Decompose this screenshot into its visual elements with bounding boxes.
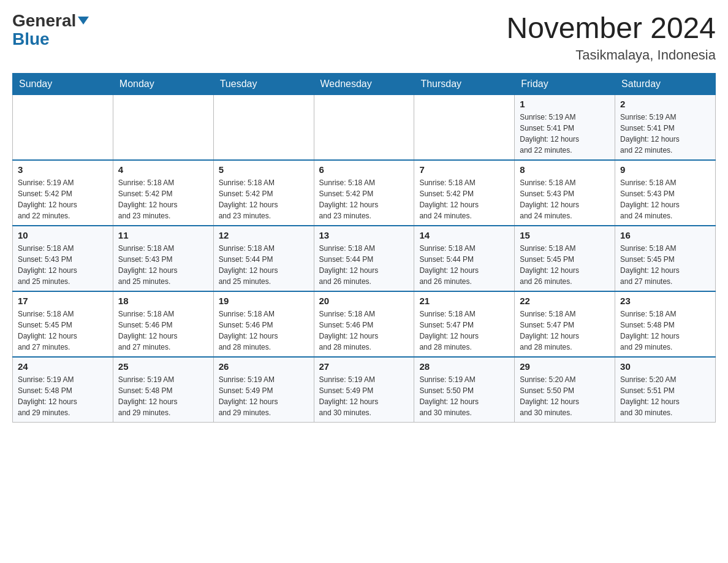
day-number: 23 — [620, 296, 710, 306]
day-number: 11 — [118, 230, 208, 240]
day-info: Sunrise: 5:18 AM Sunset: 5:45 PM Dayligh… — [18, 308, 108, 353]
calendar-cell — [414, 94, 515, 160]
day-number: 22 — [520, 296, 610, 306]
page-header: General Blue November 2024 Tasikmalaya, … — [12, 12, 716, 63]
calendar-cell: 24Sunrise: 5:19 AM Sunset: 5:48 PM Dayli… — [13, 357, 113, 423]
calendar-cell: 14Sunrise: 5:18 AM Sunset: 5:44 PM Dayli… — [414, 226, 515, 291]
day-info: Sunrise: 5:18 AM Sunset: 5:42 PM Dayligh… — [419, 177, 509, 221]
day-info: Sunrise: 5:18 AM Sunset: 5:42 PM Dayligh… — [319, 177, 409, 221]
col-tuesday: Tuesday — [213, 73, 314, 94]
calendar-cell: 8Sunrise: 5:18 AM Sunset: 5:43 PM Daylig… — [515, 160, 615, 226]
day-number: 28 — [419, 361, 509, 372]
calendar-week-row-1: 3Sunrise: 5:19 AM Sunset: 5:42 PM Daylig… — [13, 160, 716, 226]
day-info: Sunrise: 5:18 AM Sunset: 5:44 PM Dayligh… — [419, 243, 509, 287]
calendar-cell: 23Sunrise: 5:18 AM Sunset: 5:48 PM Dayli… — [615, 291, 716, 357]
day-number: 1 — [520, 99, 610, 109]
calendar-week-row-2: 10Sunrise: 5:18 AM Sunset: 5:43 PM Dayli… — [13, 226, 716, 291]
day-number: 5 — [219, 164, 309, 175]
calendar-cell: 17Sunrise: 5:18 AM Sunset: 5:45 PM Dayli… — [13, 291, 113, 357]
day-number: 19 — [219, 296, 309, 306]
calendar-cell: 21Sunrise: 5:18 AM Sunset: 5:47 PM Dayli… — [414, 291, 515, 357]
day-number: 14 — [419, 230, 509, 240]
day-info: Sunrise: 5:20 AM Sunset: 5:51 PM Dayligh… — [620, 374, 710, 418]
day-number: 26 — [219, 361, 309, 372]
day-info: Sunrise: 5:19 AM Sunset: 5:41 PM Dayligh… — [520, 112, 610, 156]
col-thursday: Thursday — [414, 73, 515, 94]
day-number: 12 — [219, 230, 309, 240]
day-info: Sunrise: 5:18 AM Sunset: 5:44 PM Dayligh… — [319, 243, 409, 287]
calendar-week-row-4: 24Sunrise: 5:19 AM Sunset: 5:48 PM Dayli… — [13, 357, 716, 423]
calendar-cell: 27Sunrise: 5:19 AM Sunset: 5:49 PM Dayli… — [314, 357, 414, 423]
day-number: 27 — [319, 361, 409, 372]
title-block: November 2024 Tasikmalaya, Indonesia — [506, 12, 716, 63]
day-info: Sunrise: 5:18 AM Sunset: 5:48 PM Dayligh… — [620, 308, 710, 353]
day-number: 25 — [118, 361, 208, 372]
calendar-cell — [113, 94, 213, 160]
day-info: Sunrise: 5:18 AM Sunset: 5:43 PM Dayligh… — [118, 243, 208, 287]
day-info: Sunrise: 5:18 AM Sunset: 5:44 PM Dayligh… — [219, 243, 309, 287]
location-subtitle: Tasikmalaya, Indonesia — [506, 47, 716, 63]
calendar-cell: 6Sunrise: 5:18 AM Sunset: 5:42 PM Daylig… — [314, 160, 414, 226]
day-info: Sunrise: 5:18 AM Sunset: 5:43 PM Dayligh… — [18, 243, 108, 287]
day-info: Sunrise: 5:19 AM Sunset: 5:49 PM Dayligh… — [319, 374, 409, 418]
calendar-table: Sunday Monday Tuesday Wednesday Thursday… — [12, 73, 716, 423]
calendar-cell: 9Sunrise: 5:18 AM Sunset: 5:43 PM Daylig… — [615, 160, 716, 226]
day-number: 2 — [620, 99, 710, 109]
day-info: Sunrise: 5:19 AM Sunset: 5:48 PM Dayligh… — [118, 374, 208, 418]
calendar-cell: 30Sunrise: 5:20 AM Sunset: 5:51 PM Dayli… — [615, 357, 716, 423]
calendar-cell: 7Sunrise: 5:18 AM Sunset: 5:42 PM Daylig… — [414, 160, 515, 226]
calendar-cell: 25Sunrise: 5:19 AM Sunset: 5:48 PM Dayli… — [113, 357, 213, 423]
calendar-cell: 29Sunrise: 5:20 AM Sunset: 5:50 PM Dayli… — [515, 357, 615, 423]
logo-part1: General — [12, 12, 89, 29]
day-number: 21 — [419, 296, 509, 306]
day-number: 7 — [419, 164, 509, 175]
day-number: 16 — [620, 230, 710, 240]
col-saturday: Saturday — [615, 73, 716, 94]
calendar-cell: 4Sunrise: 5:18 AM Sunset: 5:42 PM Daylig… — [113, 160, 213, 226]
day-info: Sunrise: 5:18 AM Sunset: 5:46 PM Dayligh… — [118, 308, 208, 353]
day-number: 18 — [118, 296, 208, 306]
day-info: Sunrise: 5:18 AM Sunset: 5:46 PM Dayligh… — [319, 308, 409, 353]
day-info: Sunrise: 5:20 AM Sunset: 5:50 PM Dayligh… — [520, 374, 610, 418]
calendar-cell: 26Sunrise: 5:19 AM Sunset: 5:49 PM Dayli… — [213, 357, 314, 423]
day-number: 8 — [520, 164, 610, 175]
day-info: Sunrise: 5:18 AM Sunset: 5:45 PM Dayligh… — [520, 243, 610, 287]
col-friday: Friday — [515, 73, 615, 94]
day-info: Sunrise: 5:19 AM Sunset: 5:48 PM Dayligh… — [18, 374, 108, 418]
day-info: Sunrise: 5:18 AM Sunset: 5:42 PM Dayligh… — [118, 177, 208, 221]
calendar-cell: 1Sunrise: 5:19 AM Sunset: 5:41 PM Daylig… — [515, 94, 615, 160]
day-number: 13 — [319, 230, 409, 240]
day-info: Sunrise: 5:19 AM Sunset: 5:41 PM Dayligh… — [620, 112, 710, 156]
calendar-cell: 11Sunrise: 5:18 AM Sunset: 5:43 PM Dayli… — [113, 226, 213, 291]
day-number: 4 — [118, 164, 208, 175]
day-number: 17 — [18, 296, 108, 306]
calendar-cell: 16Sunrise: 5:18 AM Sunset: 5:45 PM Dayli… — [615, 226, 716, 291]
day-info: Sunrise: 5:18 AM Sunset: 5:45 PM Dayligh… — [620, 243, 710, 287]
calendar-cell: 5Sunrise: 5:18 AM Sunset: 5:42 PM Daylig… — [213, 160, 314, 226]
calendar-cell — [314, 94, 414, 160]
calendar-cell: 18Sunrise: 5:18 AM Sunset: 5:46 PM Dayli… — [113, 291, 213, 357]
calendar-cell: 19Sunrise: 5:18 AM Sunset: 5:46 PM Dayli… — [213, 291, 314, 357]
day-number: 24 — [18, 361, 108, 372]
logo-part2: Blue — [12, 31, 50, 48]
calendar-cell: 28Sunrise: 5:19 AM Sunset: 5:50 PM Dayli… — [414, 357, 515, 423]
calendar-cell — [13, 94, 113, 160]
calendar-header-row: Sunday Monday Tuesday Wednesday Thursday… — [13, 73, 716, 94]
day-info: Sunrise: 5:18 AM Sunset: 5:42 PM Dayligh… — [219, 177, 309, 221]
calendar-cell: 22Sunrise: 5:18 AM Sunset: 5:47 PM Dayli… — [515, 291, 615, 357]
calendar-cell — [213, 94, 314, 160]
day-number: 9 — [620, 164, 710, 175]
col-sunday: Sunday — [13, 73, 113, 94]
calendar-cell: 20Sunrise: 5:18 AM Sunset: 5:46 PM Dayli… — [314, 291, 414, 357]
day-number: 20 — [319, 296, 409, 306]
logo: General Blue — [12, 12, 89, 48]
day-info: Sunrise: 5:19 AM Sunset: 5:49 PM Dayligh… — [219, 374, 309, 418]
day-number: 30 — [620, 361, 710, 372]
day-number: 3 — [18, 164, 108, 175]
day-info: Sunrise: 5:18 AM Sunset: 5:43 PM Dayligh… — [520, 177, 610, 221]
day-info: Sunrise: 5:18 AM Sunset: 5:47 PM Dayligh… — [419, 308, 509, 353]
day-number: 10 — [18, 230, 108, 240]
calendar-week-row-3: 17Sunrise: 5:18 AM Sunset: 5:45 PM Dayli… — [13, 291, 716, 357]
calendar-cell: 15Sunrise: 5:18 AM Sunset: 5:45 PM Dayli… — [515, 226, 615, 291]
calendar-week-row-0: 1Sunrise: 5:19 AM Sunset: 5:41 PM Daylig… — [13, 94, 716, 160]
